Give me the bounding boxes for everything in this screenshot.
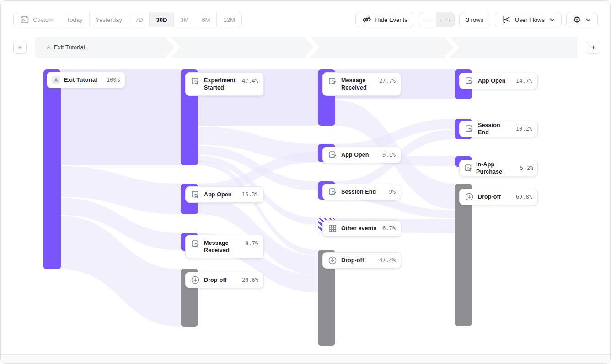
step-a-badge: A [52,76,60,84]
flow-ribbon [61,216,181,327]
flow-ribbon [198,146,318,190]
event-icon [465,76,474,85]
node-card-app-open[interactable]: App Open 15.3% [185,186,264,203]
footer-strip [1,354,610,363]
node-card-exit-tutorial[interactable]: A Exit Tutorial 100% [47,72,125,88]
node-percent: 47.4% [379,257,396,264]
node-label: App Open [204,191,232,198]
node-card-app-open[interactable]: App Open 14.7% [459,73,538,89]
node-percent: 8.7% [245,240,258,247]
node-label: Drop-off [478,193,501,200]
node-card-message-received[interactable]: Message Received 8.7% [185,235,264,258]
grid-icon [328,224,337,233]
node-label: Session End [478,121,512,137]
node-card-session-end[interactable]: Session End 10.2% [459,121,538,137]
node-percent: 5.2% [520,165,533,171]
flow-ribbon [198,127,318,162]
drop-off-icon [191,275,200,285]
node-percent: 15.3% [242,191,258,198]
node-percent: 27.7% [379,78,396,84]
node-percent: 9% [389,189,396,195]
node-label: Drop-off [204,276,227,284]
event-icon [328,77,337,86]
node-label: In-App Purchase [476,161,517,176]
node-label: Message Received [204,239,241,254]
event-icon [191,239,200,248]
node-percent: 6.7% [382,225,396,232]
node-card-message-received[interactable]: Message Received 27.7% [322,72,401,96]
node-card-app-open[interactable]: App Open 9.1% [322,147,401,163]
node-percent: 69.8% [516,194,532,200]
node-label: Drop-off [341,257,364,264]
event-icon [464,164,473,173]
node-label: App Open [478,77,506,84]
node-card-experiment-started[interactable]: Experiment Started 47.4% [185,72,264,96]
node-label: Exit Tutorial [64,76,97,84]
node-percent: 28.6% [242,277,258,283]
node-percent: 14.7% [516,78,532,84]
node-card-session-end[interactable]: Session End 9% [322,184,401,200]
event-icon [465,124,474,133]
node-bar-exit-tutorial[interactable] [43,69,61,269]
event-icon [328,150,337,159]
node-card-in-app-purchase[interactable]: In-App Purchase 5.2% [459,160,538,176]
drop-off-icon [465,192,474,201]
sankey-stage: A Exit Tutorial 100% Experiment Started … [1,1,610,363]
node-card-other-events[interactable]: Other events 6.7% [322,220,401,237]
node-label: Session End [341,188,376,195]
node-percent: 47.4% [242,78,258,84]
flow-ribbon [61,166,181,214]
node-label: Message Received [341,77,375,92]
event-icon [191,77,200,86]
drop-off-icon [328,256,337,265]
node-percent: 100% [107,77,120,83]
node-card-drop-off[interactable]: Drop-off 47.4% [322,252,401,269]
node-card-drop-off[interactable]: Drop-off 28.6% [185,272,264,288]
node-percent: 9.1% [382,152,396,158]
node-label: App Open [341,151,369,158]
node-label: Other events [341,225,377,232]
event-icon [191,190,200,199]
flow-ribbons [1,1,611,364]
user-flows-panel: Custom Today Yesterday 7D 30D 3M 6M 12M … [0,0,611,364]
node-percent: 10.2% [516,126,532,132]
flow-ribbon [61,198,181,250]
event-icon [328,187,337,196]
node-label: Experiment Started [204,77,238,92]
node-card-drop-off[interactable]: Drop-off 69.8% [459,189,538,205]
